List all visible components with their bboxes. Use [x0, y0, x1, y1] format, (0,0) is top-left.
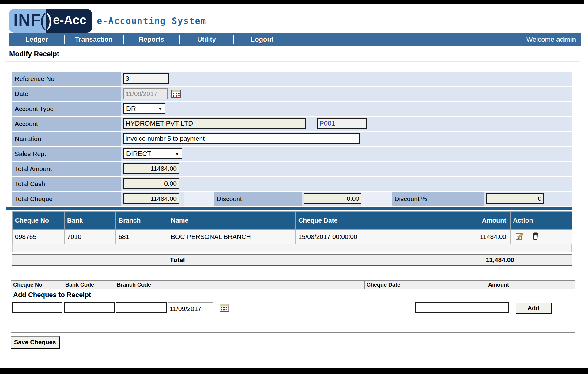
- sales-rep-field-area: DIRECT▼: [121, 147, 572, 161]
- narration-input[interactable]: [123, 133, 360, 144]
- add-cheque-button[interactable]: Add: [516, 303, 552, 314]
- cell-cheque-date: 15/08/2017 00:00:00: [296, 229, 420, 244]
- sales-rep-select[interactable]: DIRECT▼: [123, 148, 182, 159]
- new-cheque-no-input[interactable]: [12, 302, 62, 313]
- col-header-bank: Bank: [64, 212, 116, 229]
- add-col-cheque-no: Cheque No: [11, 280, 63, 289]
- new-branch-code-input[interactable]: [116, 302, 167, 313]
- add-cheques-table: Cheque No Bank Code Branch Code Cheque D…: [11, 280, 575, 333]
- cell-branch: 681: [116, 229, 168, 244]
- header: INF( )e-Acc e-Accounting System: [9, 8, 588, 33]
- total-amount-field-area: [121, 162, 572, 176]
- account-code-input[interactable]: [317, 118, 367, 129]
- calendar-icon: [220, 303, 229, 312]
- date-row: Date: [12, 87, 572, 101]
- cell-action: [510, 229, 572, 244]
- top-black-bar: [0, 0, 584, 4]
- account-row: Account: [12, 117, 572, 131]
- sales-rep-row: Sales Rep. DIRECT▼: [12, 147, 572, 161]
- account-type-select[interactable]: DR▼: [123, 103, 165, 114]
- logo-info-text: INF: [13, 10, 41, 29]
- save-cheques-button[interactable]: Save Cheques: [11, 336, 60, 349]
- edit-cheque-button[interactable]: [515, 232, 524, 241]
- nav-item-reports[interactable]: Reports: [124, 34, 179, 45]
- total-cheque-input[interactable]: [123, 193, 179, 204]
- discount-input[interactable]: [304, 193, 362, 204]
- spacer-cell: [361, 192, 392, 206]
- total-amount-input[interactable]: [123, 163, 179, 174]
- account-label: Account: [12, 117, 121, 131]
- add-col-cheque-date: Cheque Date: [365, 280, 415, 289]
- total-cheque-field-area: [121, 192, 184, 206]
- add-input-cell: Add: [11, 300, 575, 319]
- cell-amount: 11484.00: [420, 229, 510, 244]
- account-field-area: [121, 117, 572, 131]
- dropdown-arrow-icon: ▼: [175, 151, 179, 156]
- add-col-branch-code: Branch Code: [115, 280, 365, 289]
- nav-item-transaction[interactable]: Transaction: [65, 34, 123, 45]
- reference-no-input[interactable]: [123, 73, 169, 84]
- edit-icon: [515, 232, 524, 240]
- modify-receipt-screen: INF( )e-Acc e-Accounting System Ledger T…: [0, 0, 588, 374]
- main-navbar: Ledger Transaction Reports Utility Logou…: [9, 33, 581, 46]
- cheque-table: Cheque No Bank Branch Name Cheque Date A…: [12, 211, 572, 244]
- narration-field-area: [121, 132, 572, 146]
- new-cheque-date-input[interactable]: [168, 302, 213, 315]
- nav-item-utility[interactable]: Utility: [180, 34, 233, 45]
- date-label: Date: [12, 87, 121, 101]
- bottom-black-bar: [0, 368, 588, 374]
- narration-label: Narration: [12, 132, 121, 146]
- receipt-form: Reference No Date Account Type DR▼ Accou…: [12, 72, 572, 206]
- page-title: Modify Receipt: [9, 50, 588, 58]
- username: admin: [556, 36, 576, 43]
- date-input[interactable]: [123, 88, 168, 99]
- discount-label: Discount: [214, 192, 302, 206]
- add-table-header-row: Cheque No Bank Code Branch Code Cheque D…: [11, 280, 575, 289]
- account-type-row: Account Type DR▼: [12, 102, 572, 116]
- col-header-name: Name: [168, 212, 296, 229]
- logo-left-segment: INF(: [9, 9, 46, 33]
- add-section-title-row: Add Cheques to Receipt: [11, 289, 575, 300]
- col-header-action: Action: [510, 212, 572, 229]
- cell-bank: 7010: [64, 229, 116, 244]
- title-rule: [5, 61, 580, 62]
- dropdown-arrow-icon: ▼: [158, 106, 162, 111]
- trash-icon: [532, 232, 539, 240]
- discount-pct-input[interactable]: [486, 193, 544, 204]
- app-logo: INF( )e-Acc: [9, 9, 92, 33]
- new-bank-code-input[interactable]: [64, 302, 115, 313]
- account-name-input[interactable]: [123, 118, 306, 129]
- cell-cheque-no: 098765: [12, 229, 64, 244]
- cheque-total-row: Total 11,484.00: [12, 254, 572, 266]
- total-cash-row: Total Cash: [12, 177, 572, 191]
- discount-pct-field-area: [484, 192, 572, 206]
- account-type-value: DR: [126, 105, 136, 113]
- logo-open-paren: (: [40, 10, 46, 31]
- total-label: Total: [12, 256, 185, 264]
- section-separator: [6, 207, 572, 210]
- delete-cheque-button[interactable]: [532, 232, 539, 241]
- add-cheques-section-title: Add Cheques to Receipt: [11, 289, 575, 300]
- add-col-amount: Amount: [415, 280, 511, 289]
- total-value: 11,484.00: [486, 256, 572, 264]
- cell-name: BOC-PERSONAL BRANCH: [168, 229, 296, 244]
- date-calendar-button[interactable]: [172, 90, 181, 98]
- reference-no-field-area: [121, 72, 572, 86]
- add-input-row: Add: [11, 300, 575, 319]
- col-header-cheque-no: Cheque No: [12, 212, 64, 229]
- new-date-calendar-button[interactable]: [220, 303, 229, 312]
- new-amount-input[interactable]: [415, 302, 509, 313]
- welcome-prefix: Welcome: [526, 36, 554, 43]
- nav-item-logout[interactable]: Logout: [234, 34, 290, 45]
- discount-field-area: [302, 192, 361, 206]
- nav-item-ledger[interactable]: Ledger: [9, 34, 64, 45]
- col-header-branch: Branch: [116, 212, 168, 229]
- top-divider-line: [0, 6, 584, 6]
- account-type-label: Account Type: [12, 102, 121, 116]
- welcome-message: Welcome admin: [526, 36, 581, 44]
- total-cash-input[interactable]: [123, 178, 179, 189]
- total-amount-label: Total Amount: [12, 162, 121, 176]
- spacer-cell: [184, 192, 214, 206]
- col-header-cheque-date: Cheque Date: [296, 212, 420, 229]
- empty-table-band: [12, 244, 572, 252]
